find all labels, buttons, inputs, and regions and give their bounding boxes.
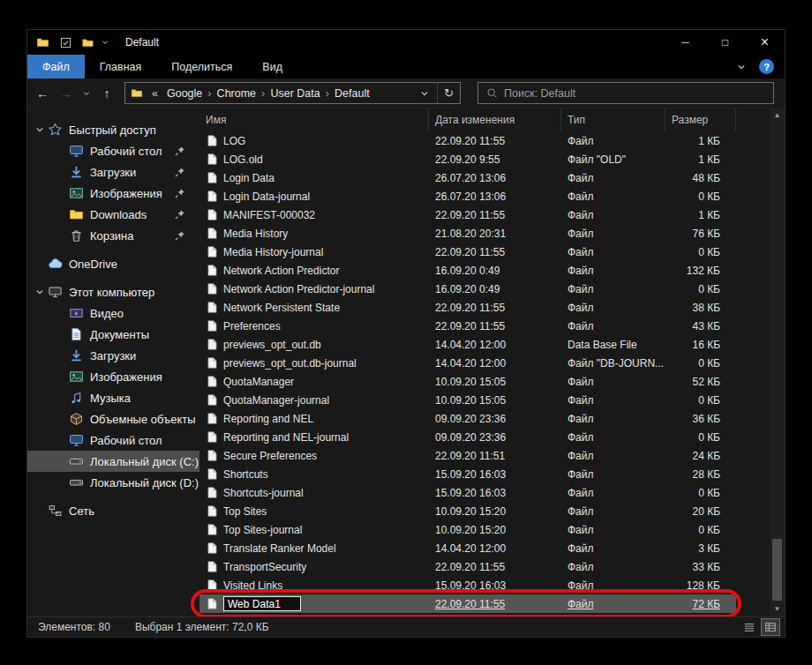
sidebar-item[interactable]: Музыка: [27, 387, 199, 408]
file-name-cell: MANIFEST-000032: [199, 209, 429, 221]
minimize-button[interactable]: ─: [665, 30, 705, 55]
sidebar-item[interactable]: OneDrive: [27, 253, 199, 274]
qat-properties-icon[interactable]: [60, 37, 71, 49]
file-row[interactable]: Visited Links15.09.20 16:03Файл128 КБ: [199, 576, 736, 594]
breadcrumb[interactable]: « Google›Chrome›User Data›Default ↻: [124, 82, 461, 104]
file-row[interactable]: Login Data26.07.20 13:06Файл48 КБ: [199, 168, 736, 187]
close-button[interactable]: ×: [745, 30, 785, 55]
file-row[interactable]: Top Sites-journal10.09.20 15:20Файл0 КБ: [199, 520, 736, 539]
file-row[interactable]: Top Sites10.09.20 15:20Файл20 КБ: [199, 502, 736, 520]
column-header-name[interactable]: Имя: [199, 108, 429, 131]
sidebar-item[interactable]: Изображения: [27, 183, 199, 204]
sidebar-item[interactable]: Документы: [27, 324, 199, 345]
file-row[interactable]: QuotaManager10.09.20 15:05Файл52 КБ: [199, 372, 736, 391]
file-name-cell: QuotaManager: [199, 376, 429, 388]
breadcrumb-item[interactable]: User Data: [265, 87, 325, 100]
ribbon-tab[interactable]: Поделиться: [156, 55, 247, 78]
sidebar-item[interactable]: Корзина: [27, 225, 199, 246]
sidebar-item[interactable]: Локальный диск (C:): [27, 451, 199, 472]
location-folder-icon: [131, 87, 143, 99]
file-row[interactable]: Shortcuts15.09.20 16:03Файл28 КБ: [199, 465, 736, 483]
breadcrumb-item[interactable]: Chrome: [212, 87, 261, 100]
chevron-down-icon: [33, 287, 47, 297]
file-row[interactable]: Network Action Predictor16.09.20 0:49Фай…: [199, 261, 736, 280]
file-row[interactable]: Network Action Predictor-journal16.09.20…: [199, 280, 736, 298]
rename-input[interactable]: Web Data1: [223, 596, 301, 611]
column-header-type[interactable]: Тип: [561, 108, 665, 131]
scroll-down-arrow-icon[interactable]: ▼: [774, 605, 781, 614]
address-dropdown-chevron-icon[interactable]: [419, 88, 430, 99]
chevron-placeholder: [54, 371, 68, 382]
back-button[interactable]: ←: [33, 86, 52, 101]
file-row[interactable]: LOG.old22.09.20 9:55Файл "OLD"1 КБ: [199, 150, 736, 168]
sidebar-item[interactable]: Рабочий стол: [27, 140, 199, 161]
sidebar-item[interactable]: Изображения: [27, 366, 199, 387]
cloud-icon: [48, 257, 63, 271]
file-row[interactable]: QuotaManager-journal10.09.20 15:05Файл0 …: [199, 391, 736, 409]
file-size-cell: 0 КБ: [665, 394, 736, 407]
ribbon-tab[interactable]: Вид: [247, 55, 297, 78]
breadcrumb-item[interactable]: Google: [162, 87, 207, 100]
help-button[interactable]: ?: [759, 59, 774, 74]
sidebar-item[interactable]: Локальный диск (D:): [27, 472, 199, 493]
ribbon-tab[interactable]: Файл: [27, 55, 85, 78]
file-row[interactable]: Web Data122.09.20 11:55Файл72 КБ: [199, 594, 736, 613]
sidebar-item[interactable]: Быстрый доступ: [27, 119, 199, 140]
ribbon-expand-chevron-icon[interactable]: [736, 62, 747, 72]
sidebar-item[interactable]: Загрузки: [27, 161, 199, 183]
file-row[interactable]: Reporting and NEL-journal09.09.20 23:36Ф…: [199, 428, 736, 446]
column-header-size[interactable]: Размер: [665, 108, 736, 131]
ribbon-tab[interactable]: Главная: [85, 55, 157, 78]
file-name: Reporting and NEL-journal: [223, 431, 349, 444]
file-row[interactable]: Secure Preferences22.09.20 11:51Файл24 К…: [199, 446, 736, 465]
sidebar-item[interactable]: Этот компьютер: [27, 281, 199, 303]
details-view-button[interactable]: [762, 619, 779, 635]
breadcrumb-item[interactable]: Default: [329, 87, 375, 100]
up-button[interactable]: ↑: [97, 86, 117, 101]
file-icon: [207, 561, 217, 572]
forward-button[interactable]: →: [56, 86, 76, 101]
file-row[interactable]: Shortcuts-journal15.09.20 16:03Файл0 КБ: [199, 483, 736, 502]
file-icon: [207, 376, 217, 387]
file-name-cell: QuotaManager-journal: [199, 394, 429, 407]
file-row[interactable]: Translate Ranker Model14.04.20 12:00Файл…: [199, 539, 736, 557]
file-size-cell: 128 КБ: [665, 579, 736, 592]
chevron-placeholder: [54, 329, 68, 340]
file-row[interactable]: Preferences22.09.20 11:55Файл43 КБ: [199, 317, 736, 335]
scroll-up-arrow-icon[interactable]: ▲: [774, 111, 781, 120]
column-header-date[interactable]: Дата изменения: [429, 108, 561, 131]
file-row[interactable]: LOG22.09.20 11:55Файл1 КБ: [199, 131, 736, 150]
refresh-button[interactable]: ↻: [437, 83, 460, 103]
sidebar-item[interactable]: Объемные объекты: [27, 408, 199, 430]
breadcrumb-overflow[interactable]: «: [148, 87, 162, 100]
sidebar-item[interactable]: Сеть: [27, 500, 199, 521]
search-input[interactable]: Поиск: Default: [477, 82, 774, 104]
file-row[interactable]: Login Data-journal26.07.20 13:06Файл0 КБ: [199, 187, 736, 205]
file-row[interactable]: Media History21.08.20 20:31Файл76 КБ: [199, 224, 736, 243]
file-type-cell: Файл "DB-JOURN...: [561, 357, 665, 370]
file-row[interactable]: previews_opt_out.db14.04.20 12:00Data Ba…: [199, 335, 736, 354]
scrollbar-thumb[interactable]: [772, 539, 782, 601]
qat-customize-chevron-icon[interactable]: [101, 38, 109, 47]
sidebar-item[interactable]: Downloads: [27, 204, 199, 225]
file-date-cell: 26.07.20 13:06: [429, 172, 561, 184]
document-icon: [69, 327, 84, 341]
chevron-placeholder: [54, 167, 68, 177]
vertical-scrollbar[interactable]: ▲ ▼: [770, 108, 785, 616]
file-row[interactable]: Media History-journal22.09.20 11:55Файл0…: [199, 243, 736, 261]
file-row[interactable]: MANIFEST-00003222.09.20 11:55Файл1 КБ: [199, 205, 736, 224]
maximize-button[interactable]: □: [705, 30, 745, 55]
file-icon: [207, 135, 217, 146]
list-view-button[interactable]: [741, 619, 758, 635]
file-row[interactable]: previews_opt_out.db-journal14.04.20 12:0…: [199, 354, 736, 372]
file-icon: [207, 283, 217, 295]
qat-new-folder-icon[interactable]: [82, 37, 94, 49]
sidebar-item[interactable]: Рабочий стол: [27, 430, 199, 451]
sidebar-item[interactable]: Загрузки: [27, 345, 199, 366]
recent-locations-chevron-icon[interactable]: [80, 89, 93, 98]
file-row[interactable]: Reporting and NEL09.09.20 23:36Файл36 КБ: [199, 409, 736, 428]
sidebar-item[interactable]: Видео: [27, 303, 199, 324]
file-row[interactable]: Network Persistent State22.09.20 11:55Фа…: [199, 298, 736, 317]
file-row[interactable]: TransportSecurity22.09.20 11:55Файл33 КБ: [199, 557, 736, 576]
sidebar-item-label: Изображения: [90, 370, 162, 384]
